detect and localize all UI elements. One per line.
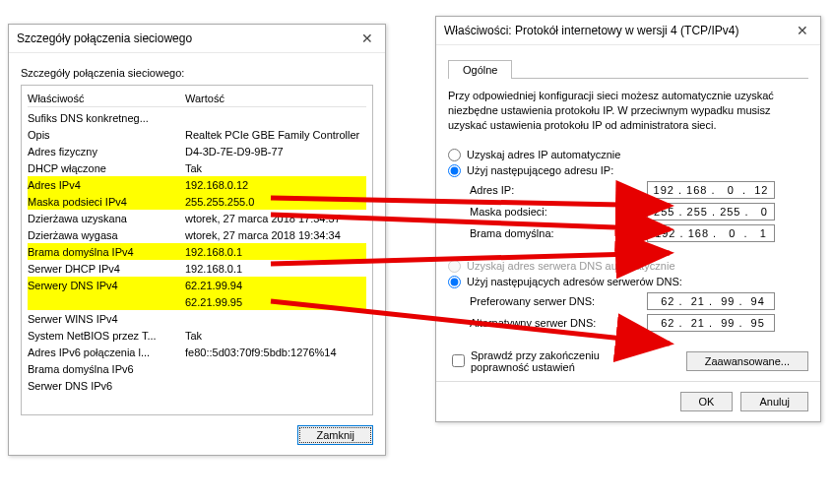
preferred-dns-input[interactable] [647, 292, 775, 310]
close-icon[interactable]: ✕ [793, 23, 812, 38]
radio-ip-manual[interactable]: Użyj następującego adresu IP: [448, 164, 808, 177]
subnet-mask-input[interactable] [647, 203, 775, 220]
val-cell: 62.21.99.95 [181, 296, 366, 308]
description-text: Przy odpowiedniej konfiguracji sieci moż… [448, 89, 808, 133]
details-window: Szczegóły połączenia sieciowego ✕ Szczeg… [8, 24, 386, 456]
table-row[interactable]: Dzierżawa wygasawtorek, 27 marca 2018 19… [28, 226, 366, 243]
properties-window: Właściwości: Protokół internetowy w wers… [435, 16, 821, 422]
table-row[interactable]: OpisRealtek PCIe GBE Family Controller [28, 126, 366, 143]
val-cell: 192.168.0.1 [181, 246, 366, 258]
val-cell: D4-3D-7E-D9-9B-77 [181, 146, 366, 158]
titlebar-details: Szczegóły połączenia sieciowego ✕ [9, 25, 385, 53]
radio-ip-auto[interactable]: Uzyskaj adres IP automatycznie [448, 149, 808, 161]
prop-cell: Serwer WINS IPv4 [28, 313, 181, 325]
table-row[interactable]: Adres IPv6 połączenia l...fe80::5d03:70f… [28, 344, 366, 360]
val-cell: wtorek, 27 marca 2018 17:34:37 [181, 213, 366, 224]
val-cell: fe80::5d03:70f9:5bdb:1276%14 [181, 346, 366, 358]
val-cell: 255.255.255.0 [181, 196, 366, 208]
row-ip-address: Adres IP: [470, 181, 808, 199]
prop-cell: Adres fizyczny [28, 146, 181, 158]
close-button[interactable]: Zamknij [297, 425, 373, 445]
table-row[interactable]: Adres fizycznyD4-3D-7E-D9-9B-77 [28, 143, 366, 159]
table-row[interactable]: Dzierżawa uzyskanawtorek, 27 marca 2018 … [28, 210, 366, 226]
table-row[interactable]: Maska podsieci IPv4255.255.255.0 [28, 193, 366, 210]
row-default-gateway: Brama domyślna: [470, 224, 808, 242]
table-row[interactable]: Brama domyślna IPv6 [28, 360, 366, 377]
prop-cell: Brama domyślna IPv6 [28, 363, 181, 375]
val-cell: Realtek PCIe GBE Family Controller [181, 129, 366, 141]
table-row[interactable]: Sufiks DNS konkretneg... [28, 109, 366, 126]
col-value: Wartość [181, 93, 366, 104]
val-cell: wtorek, 27 marca 2018 19:34:34 [181, 229, 366, 241]
close-icon[interactable]: ✕ [357, 31, 377, 46]
prop-cell: Dzierżawa uzyskana [28, 213, 181, 224]
table-row[interactable]: 62.21.99.95 [28, 293, 366, 310]
col-property: Właściwość [28, 93, 181, 104]
ip-address-input[interactable] [647, 181, 775, 199]
window-title: Szczegóły połączenia sieciowego [17, 32, 192, 45]
list-header: Właściwość Wartość [28, 90, 366, 107]
prop-cell: System NetBIOS przez T... [28, 330, 181, 342]
table-row[interactable]: Serwer WINS IPv4 [28, 310, 366, 327]
val-cell: Tak [181, 330, 366, 342]
window-title: Właściwości: Protokół internetowy w wers… [444, 24, 738, 37]
table-row[interactable]: DHCP włączoneTak [28, 159, 366, 176]
advanced-button[interactable]: Zaawansowane... [686, 351, 808, 371]
table-row[interactable]: Brama domyślna IPv4192.168.0.1 [28, 243, 366, 260]
table-row[interactable]: Serwery DNS IPv462.21.99.94 [28, 277, 366, 293]
row-subnet-mask: Maska podsieci: [470, 203, 808, 220]
ip-section: Uzyskaj adres IP automatycznie Użyj nast… [448, 149, 808, 242]
val-cell: 192.168.0.1 [181, 263, 366, 275]
table-row[interactable]: Serwer DHCP IPv4192.168.0.1 [28, 260, 366, 277]
prop-cell: Brama domyślna IPv4 [28, 246, 181, 258]
ok-button[interactable]: OK [680, 392, 734, 411]
cancel-button[interactable]: Anuluj [740, 392, 808, 411]
prop-cell: Adres IPv4 [28, 179, 181, 191]
prop-cell: Sufiks DNS konkretneg... [28, 112, 181, 124]
table-row[interactable]: Adres IPv4192.168.0.12 [28, 176, 366, 193]
prop-cell: DHCP włączone [28, 162, 181, 174]
details-list[interactable]: Właściwość Wartość Sufiks DNS konkretneg… [21, 85, 373, 415]
prop-cell: Dzierżawa wygasa [28, 229, 181, 241]
prop-cell: Maska podsieci IPv4 [28, 196, 181, 208]
list-caption: Szczegóły połączenia sieciowego: [21, 67, 373, 79]
tab-general[interactable]: Ogólne [448, 60, 512, 79]
row-preferred-dns: Preferowany serwer DNS: [470, 292, 808, 310]
radio-dns-manual[interactable]: Użyj następujących adresów serwerów DNS: [448, 276, 808, 288]
prop-cell: Serwery DNS IPv4 [28, 280, 181, 291]
dns-section: Uzyskaj adres serwera DNS automatycznie … [448, 260, 808, 332]
dialog-footer: OK Anuluj [436, 381, 820, 421]
prop-cell: Adres IPv6 połączenia l... [28, 346, 181, 358]
radio-dns-auto: Uzyskaj adres serwera DNS automatycznie [448, 260, 808, 273]
val-cell: Tak [181, 162, 366, 174]
prop-cell: Serwer DNS IPv6 [28, 380, 181, 392]
tab-strip: Ogólne [448, 59, 808, 79]
val-cell: 62.21.99.94 [181, 280, 366, 291]
table-row[interactable]: Serwer DNS IPv6 [28, 377, 366, 394]
val-cell: 192.168.0.12 [181, 179, 366, 191]
default-gateway-input[interactable] [647, 224, 775, 242]
row-alternate-dns: Alternatywny serwer DNS: [470, 314, 808, 332]
prop-cell: Serwer DHCP IPv4 [28, 263, 181, 275]
table-row[interactable]: System NetBIOS przez T...Tak [28, 327, 366, 344]
prop-cell: Opis [28, 129, 181, 141]
alternate-dns-input[interactable] [647, 314, 775, 332]
titlebar-properties: Właściwości: Protokół internetowy w wers… [436, 17, 820, 45]
